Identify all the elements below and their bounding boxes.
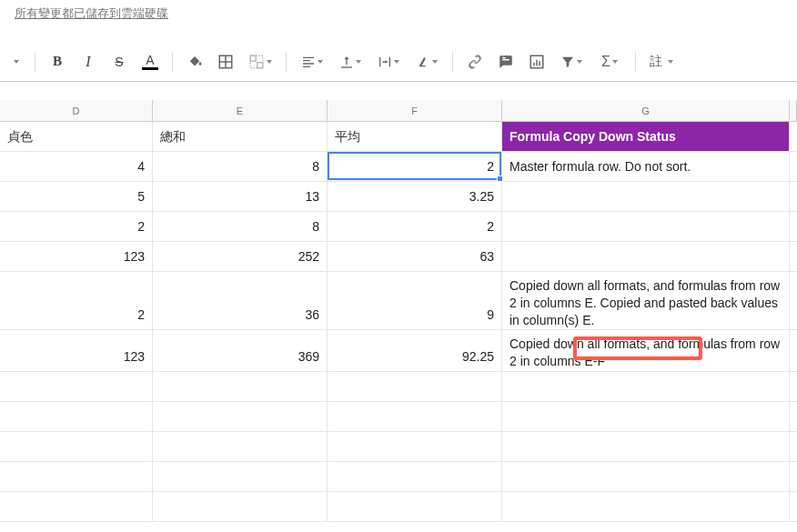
cell[interactable]: Copied down all formats, and formulas fr…: [502, 272, 790, 329]
cell[interactable]: [790, 402, 797, 431]
cell[interactable]: [502, 372, 790, 401]
col-header-d[interactable]: D: [0, 100, 153, 121]
cell[interactable]: 123: [0, 242, 153, 271]
filter-button[interactable]: [553, 47, 590, 76]
cell[interactable]: 252: [153, 242, 328, 271]
col-header-rest[interactable]: [790, 100, 797, 121]
cell[interactable]: [0, 402, 153, 431]
table-row: [0, 372, 797, 402]
cell[interactable]: 123: [0, 330, 153, 371]
zoom-dropdown[interactable]: [4, 47, 27, 76]
cell[interactable]: [502, 182, 790, 211]
cell[interactable]: 92.25: [328, 330, 502, 371]
cell[interactable]: 8: [153, 152, 328, 181]
cell[interactable]: [0, 492, 153, 521]
cell-f2[interactable]: 2: [328, 152, 502, 181]
cell[interactable]: [328, 372, 502, 401]
insert-link-button[interactable]: [460, 47, 489, 76]
table-row: [0, 432, 797, 462]
cell[interactable]: [0, 432, 153, 461]
merge-cells-button[interactable]: [242, 47, 278, 76]
text-color-button[interactable]: A: [136, 47, 165, 76]
cell[interactable]: [328, 402, 502, 431]
cell[interactable]: 4: [0, 152, 153, 181]
insert-comment-button[interactable]: [491, 47, 520, 76]
cell[interactable]: [328, 432, 502, 461]
col-header-f[interactable]: F: [328, 100, 502, 121]
spreadsheet-grid[interactable]: D E F G 貞色 總和 平均 Formula Copy Down Statu…: [0, 100, 797, 532]
cell[interactable]: 總和: [153, 122, 328, 151]
insert-chart-button[interactable]: [522, 47, 551, 76]
cell[interactable]: [502, 492, 790, 521]
table-row: 4 8 2 Master formula row. Do not sort.: [0, 152, 797, 182]
table-row: [0, 402, 797, 432]
horizontal-align-button[interactable]: [294, 47, 330, 76]
table-row: 123 252 63: [0, 242, 797, 272]
cell[interactable]: 369: [153, 330, 328, 371]
col-header-g[interactable]: G: [502, 100, 790, 121]
cell[interactable]: [790, 122, 797, 151]
cell[interactable]: [502, 212, 790, 241]
toolbar: B I S A Σ: [0, 42, 797, 82]
cell[interactable]: [790, 272, 797, 329]
col-header-e[interactable]: E: [153, 100, 328, 121]
cell-annotated[interactable]: Copied down all formats, and formulas fr…: [502, 330, 790, 371]
cell[interactable]: [790, 462, 797, 491]
table-row: 5 13 3.25: [0, 182, 797, 212]
fill-color-button[interactable]: [180, 47, 209, 76]
table-header-row: 貞色 總和 平均 Formula Copy Down Status: [0, 122, 797, 152]
italic-button[interactable]: I: [74, 47, 103, 76]
borders-button[interactable]: [211, 47, 240, 76]
vertical-align-button[interactable]: [332, 47, 368, 76]
cell[interactable]: [790, 212, 797, 241]
cell[interactable]: 2: [0, 272, 153, 329]
cell[interactable]: [502, 402, 790, 431]
cell[interactable]: [790, 372, 797, 401]
cell[interactable]: [502, 432, 790, 461]
cell[interactable]: [502, 462, 790, 491]
table-row: 2 8 2: [0, 212, 797, 242]
cell[interactable]: 3.25: [328, 182, 502, 211]
bold-button[interactable]: B: [43, 47, 72, 76]
toolbar-separator: [172, 52, 173, 72]
text-rotation-button[interactable]: [409, 47, 445, 76]
note-dropdown[interactable]: 註: [643, 47, 680, 76]
cell[interactable]: [153, 492, 328, 521]
cell[interactable]: [153, 432, 328, 461]
cell[interactable]: 63: [328, 242, 502, 271]
text-wrap-button[interactable]: [370, 47, 407, 76]
cell[interactable]: [790, 242, 797, 271]
strikethrough-button[interactable]: S: [105, 47, 134, 76]
status-header-cell[interactable]: Formula Copy Down Status: [502, 122, 790, 151]
cell[interactable]: [153, 402, 328, 431]
cell[interactable]: 2: [0, 212, 153, 241]
toolbar-separator: [286, 52, 287, 72]
functions-button[interactable]: Σ: [591, 47, 628, 76]
cell[interactable]: [328, 492, 502, 521]
cell[interactable]: 貞色: [0, 122, 153, 151]
note-label: 註: [650, 54, 662, 70]
cell[interactable]: [790, 432, 797, 461]
cell[interactable]: [0, 372, 153, 401]
cell[interactable]: 8: [153, 212, 328, 241]
cell[interactable]: 2: [328, 212, 502, 241]
cell[interactable]: 13: [153, 182, 328, 211]
cell[interactable]: [0, 462, 153, 491]
table-row: 123 369 92.25 Copied down all formats, a…: [0, 330, 797, 372]
table-row: [0, 462, 797, 492]
cell[interactable]: Master formula row. Do not sort.: [502, 152, 790, 181]
cell[interactable]: [790, 330, 797, 371]
cell[interactable]: [153, 372, 328, 401]
cell[interactable]: [502, 242, 790, 271]
table-row: 2 36 9 Copied down all formats, and form…: [0, 272, 797, 330]
cell[interactable]: 36: [153, 272, 328, 329]
cell[interactable]: [153, 462, 328, 491]
cell[interactable]: 5: [0, 182, 153, 211]
cell[interactable]: [790, 182, 797, 211]
cell[interactable]: 9: [328, 272, 502, 329]
cell[interactable]: [790, 492, 797, 521]
cell[interactable]: [328, 462, 502, 491]
cell[interactable]: [790, 152, 797, 181]
save-status-link[interactable]: 所有變更都已儲存到雲端硬碟: [15, 5, 168, 22]
cell[interactable]: 平均: [328, 122, 502, 151]
